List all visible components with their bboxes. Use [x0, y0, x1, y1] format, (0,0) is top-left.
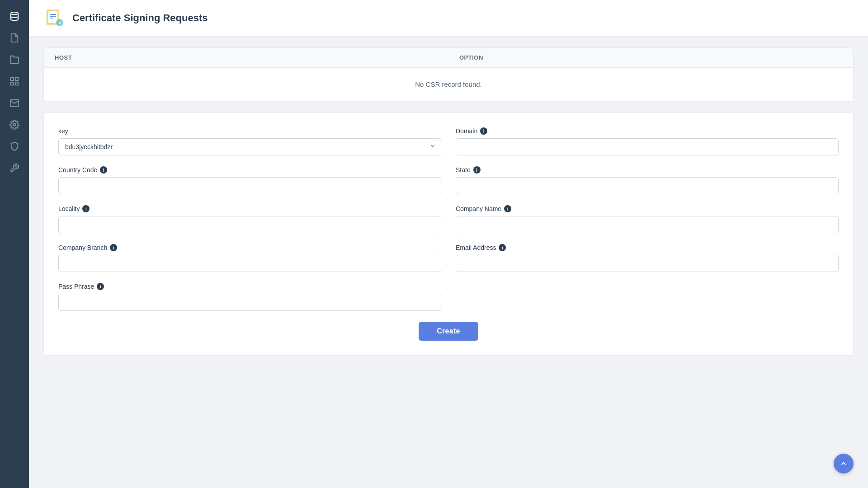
company-branch-label: Company Branch i	[58, 244, 441, 251]
country-code-input[interactable]	[58, 177, 441, 194]
sidebar-item-mail[interactable]	[5, 94, 24, 112]
form-row-country-state: Country Code i State i	[58, 166, 839, 194]
locality-info-icon[interactable]: i	[82, 205, 90, 212]
scroll-to-top-button[interactable]	[834, 454, 854, 474]
company-name-label: Company Name i	[456, 205, 839, 212]
page-icon: ✓	[43, 7, 65, 29]
sidebar-item-shield[interactable]	[5, 137, 24, 155]
company-name-input[interactable]	[456, 216, 839, 233]
key-label: key	[58, 127, 441, 135]
svg-rect-3	[11, 82, 14, 85]
pass-phrase-label: Pass Phrase i	[58, 283, 441, 290]
state-info-icon[interactable]: i	[473, 166, 481, 174]
country-code-label: Country Code i	[58, 166, 441, 174]
email-address-input[interactable]	[456, 255, 839, 272]
svg-rect-2	[15, 78, 18, 80]
company-branch-input[interactable]	[58, 255, 441, 272]
svg-text:✓: ✓	[58, 20, 62, 25]
form-row-branch-email: Company Branch i Email Address i	[58, 244, 839, 272]
state-group: State i	[456, 166, 839, 194]
svg-point-5	[13, 123, 16, 126]
domain-group: Domain i	[456, 127, 839, 155]
sidebar-item-grid[interactable]	[5, 72, 24, 90]
locality-label: Locality i	[58, 205, 441, 212]
form-row-key-domain: key bdu3jyeckhitbdzr Domain i	[58, 127, 839, 155]
locality-group: Locality i	[58, 205, 441, 233]
sidebar-item-settings[interactable]	[5, 116, 24, 134]
email-address-group: Email Address i	[456, 244, 839, 272]
state-label: State i	[456, 166, 839, 174]
form-row-locality-company: Locality i Company Name i	[58, 205, 839, 233]
domain-info-icon[interactable]: i	[480, 127, 487, 135]
sidebar-item-tools[interactable]	[5, 159, 24, 177]
create-button[interactable]: Create	[419, 322, 478, 341]
company-branch-info-icon[interactable]: i	[110, 244, 117, 251]
form-row-passphrase: Pass Phrase i	[58, 283, 839, 311]
email-address-label: Email Address i	[456, 244, 839, 251]
company-name-info-icon[interactable]: i	[504, 205, 511, 212]
csr-form: key bdu3jyeckhitbdzr Domain i	[43, 113, 854, 356]
company-branch-group: Company Branch i	[58, 244, 441, 272]
company-name-group: Company Name i	[456, 205, 839, 233]
option-column-header: OPTION	[448, 48, 853, 67]
key-select-wrapper: bdu3jyeckhitbdzr	[58, 138, 441, 155]
domain-input[interactable]	[456, 138, 839, 155]
locality-input[interactable]	[58, 216, 441, 233]
pass-phrase-input[interactable]	[58, 294, 441, 311]
create-button-row: Create	[58, 322, 839, 341]
table-empty-message: No CSR record found.	[44, 68, 853, 101]
svg-rect-1	[11, 78, 14, 80]
pass-phrase-group: Pass Phrase i	[58, 283, 441, 311]
page-title: Certificate Signing Requests	[72, 12, 208, 24]
svg-point-0	[11, 12, 19, 14]
pass-phrase-info-icon[interactable]: i	[97, 283, 104, 290]
table-header: HOST OPTION	[44, 48, 853, 68]
sidebar-item-folder[interactable]	[5, 51, 24, 69]
country-code-group: Country Code i	[58, 166, 441, 194]
sidebar-item-database[interactable]	[5, 7, 24, 25]
key-group: key bdu3jyeckhitbdzr	[58, 127, 441, 155]
svg-rect-4	[15, 82, 18, 85]
email-address-info-icon[interactable]: i	[499, 244, 506, 251]
csr-table: HOST OPTION No CSR record found.	[43, 47, 854, 102]
main-content: ✓ Certificate Signing Requests HOST OPTI…	[29, 0, 868, 488]
page-header: ✓ Certificate Signing Requests	[29, 0, 868, 37]
state-input[interactable]	[456, 177, 839, 194]
country-code-info-icon[interactable]: i	[100, 166, 107, 174]
key-select[interactable]: bdu3jyeckhitbdzr	[58, 138, 441, 155]
sidebar-item-file[interactable]	[5, 29, 24, 47]
sidebar	[0, 0, 29, 488]
domain-label: Domain i	[456, 127, 839, 135]
host-column-header: HOST	[44, 48, 448, 67]
